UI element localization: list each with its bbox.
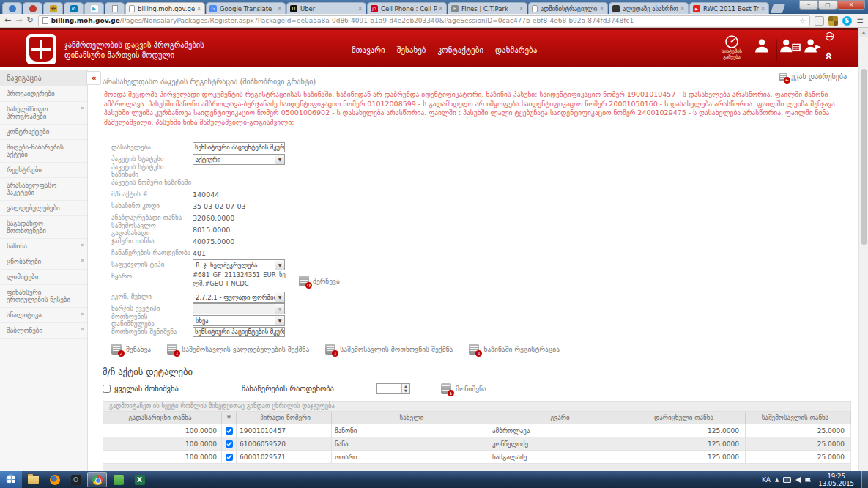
nav-help[interactable]: დახმარება bbox=[495, 45, 537, 55]
sidebar-item-nonsalary-packages[interactable]: არასახელფასო პაკეტები bbox=[0, 178, 87, 201]
request-purpose-select[interactable]: სხვა▼ bbox=[193, 315, 285, 326]
select-all-checkbox[interactable]: ყველას მონიშვნა bbox=[103, 384, 179, 393]
taskbar-media-app[interactable]: O bbox=[66, 472, 86, 487]
pinned-tab[interactable] bbox=[105, 2, 125, 14]
nav-home[interactable]: მთავარი bbox=[352, 45, 385, 55]
sidebar-item-state-programs[interactable]: სახელმწიფო პროგრამები» bbox=[0, 102, 87, 125]
filter-icon[interactable]: ▼ bbox=[227, 415, 231, 421]
sidebar-item-registers[interactable]: რეესტრები bbox=[0, 163, 87, 178]
sidebar-item-treasury[interactable]: ხაზინა» bbox=[0, 239, 87, 254]
tab-billing[interactable]: billing.moh.gov.ge/Page × bbox=[125, 2, 205, 14]
tab-fines-ctpark[interactable]: P Fines | C.T.Park × bbox=[448, 2, 527, 14]
tab-youtube-rwc[interactable]: ▶ RWC 2011 Best Tries - Y × bbox=[689, 2, 769, 14]
bookmark-star-icon[interactable]: ☆ bbox=[799, 17, 806, 25]
mark-button[interactable]: ↓მონიშვნა bbox=[441, 383, 486, 394]
vertical-scrollbar[interactable]: ▲ bbox=[858, 28, 868, 471]
tab-uber[interactable]: U Uber × bbox=[286, 2, 366, 14]
sidebar-item-references[interactable]: ცნობარები» bbox=[0, 254, 87, 270]
create-income-obligation-button[interactable]: ↓საშემოსავლის ვალდებულების შექმნა bbox=[167, 344, 309, 355]
sidebar-item-limits[interactable]: ლიმიტები bbox=[0, 270, 87, 285]
show-desktop-button[interactable] bbox=[861, 471, 868, 488]
request-note-input[interactable]: სენსიტიური პაციენტების მკურნალო bbox=[193, 327, 285, 337]
nav-contacts[interactable]: კონტაქტები bbox=[437, 45, 483, 55]
sidebar-collapse-button[interactable]: « bbox=[86, 71, 101, 85]
scroll-up-arrow-icon[interactable]: ▲ bbox=[859, 28, 868, 37]
back-link[interactable]: ← უკან დაბრუნება bbox=[779, 73, 847, 81]
stepper-arrows-icon[interactable]: ▲▼ bbox=[401, 384, 409, 393]
pinned-tab[interactable]: in bbox=[64, 2, 84, 14]
tab-close-icon[interactable]: × bbox=[438, 5, 443, 12]
sidebar-item-analytics[interactable]: ანალიტიკა» bbox=[0, 308, 87, 323]
records-count-stepper[interactable]: ▲▼ bbox=[376, 383, 410, 394]
profile-button[interactable] bbox=[753, 36, 778, 55]
tab-close-icon[interactable]: × bbox=[680, 5, 685, 12]
start-button[interactable] bbox=[0, 471, 22, 488]
taskbar-green-app[interactable] bbox=[108, 472, 128, 487]
tab-close-icon[interactable]: × bbox=[519, 5, 524, 12]
create-income-request-button[interactable]: ↓საშემოსავლის მოთხოვნის შექმნა bbox=[325, 344, 453, 355]
sidebar-item-acceptance-acts[interactable]: მიღება-ჩაბარების აქტები bbox=[0, 140, 87, 163]
new-tab-button[interactable] bbox=[771, 4, 785, 13]
save-button[interactable]: ✓შენახვა bbox=[111, 344, 151, 355]
sidebar-item-payment-requests[interactable]: საგადახდო მოთხოვნები bbox=[0, 216, 87, 239]
econ-article-select[interactable]: 2.7.2.1 - ფულადი ფორმით▼ bbox=[193, 292, 285, 303]
launch-system-button[interactable]: სისტემის გაშვება bbox=[714, 34, 749, 60]
network-icon[interactable] bbox=[783, 477, 791, 483]
tab-cell-phone[interactable]: JD Cell Phone : Cell Phone × bbox=[367, 2, 447, 14]
row-checkbox[interactable] bbox=[226, 454, 233, 461]
chrome-menu-icon[interactable]: ≡ bbox=[856, 15, 864, 26]
tab-georgian-article[interactable]: ალუდაზე ასახრჩობა ბ × bbox=[609, 2, 689, 14]
scrollbar-thumb[interactable] bbox=[861, 69, 867, 245]
col-first-name[interactable]: სახელი bbox=[332, 412, 489, 424]
register-in-treasury-button[interactable]: ↓ხაზინაში რეგისტრაცია bbox=[469, 344, 560, 355]
pinned-tab[interactable]: ЧР bbox=[43, 2, 63, 14]
taskbar-clock[interactable]: 19:25 13.05.2015 bbox=[818, 473, 854, 487]
extension-icon[interactable] bbox=[828, 16, 838, 26]
taskbar-chrome[interactable] bbox=[87, 472, 107, 487]
language-indicator[interactable]: KA bbox=[762, 476, 771, 484]
col-accrued-amount[interactable]: დარიცხული თანხა bbox=[628, 412, 746, 424]
basis-type-select[interactable]: 8. ჯ. ხელშეკრულება▼ bbox=[193, 259, 285, 270]
select-all-box[interactable] bbox=[103, 385, 111, 393]
language-globe-icon[interactable] bbox=[825, 32, 834, 41]
pinned-tab[interactable] bbox=[2, 2, 22, 14]
sidebar-item-obligations[interactable]: ვალდებულებები bbox=[0, 201, 87, 216]
package-status-select[interactable]: აქტიური▼ bbox=[193, 154, 285, 165]
minimize-button[interactable]: – bbox=[799, 0, 818, 10]
maximize-button[interactable]: ▢ bbox=[818, 0, 837, 10]
col-last-name[interactable]: გვარი bbox=[489, 412, 628, 424]
source-pick-button[interactable]: Q შერჩევა bbox=[299, 276, 340, 286]
scroll-top-chevrons-icon[interactable]: « bbox=[822, 52, 837, 59]
tab-administrative[interactable]: ადმინისტრაციული სამ × bbox=[528, 2, 608, 14]
hidden-icons-arrow[interactable]: ▲ bbox=[775, 477, 779, 483]
reload-button[interactable]: ↻ bbox=[26, 15, 33, 26]
taskbar-explorer[interactable] bbox=[23, 472, 43, 487]
close-button[interactable]: × bbox=[837, 0, 865, 10]
sidebar-item-contracts[interactable]: კონტრაქტები bbox=[0, 125, 87, 140]
pushbullet-extension-icon[interactable] bbox=[815, 16, 824, 26]
volume-icon[interactable] bbox=[795, 477, 801, 483]
forward-button[interactable]: → bbox=[15, 15, 22, 26]
col-personal-number[interactable]: პირადი ნომერი bbox=[237, 412, 332, 424]
action-center-flag-icon[interactable] bbox=[805, 478, 811, 482]
sidebar-item-templates[interactable]: შაბლონები» bbox=[0, 323, 87, 339]
back-button[interactable]: ← bbox=[4, 15, 11, 26]
row-checkbox[interactable] bbox=[226, 427, 233, 435]
tab-close-icon[interactable]: × bbox=[599, 5, 604, 12]
name-input[interactable]: სენსიტიური პაციენტების მკურნალო bbox=[193, 142, 285, 152]
taskbar-firefox[interactable] bbox=[45, 472, 64, 487]
tab-google-translate[interactable]: G Google Translate × bbox=[206, 2, 286, 14]
sidebar-item-financial-units-rules[interactable]: ფინანსური ერთეულების წესები bbox=[0, 285, 87, 308]
col-income-tax-amount[interactable]: საშემოსავლის თანხა bbox=[746, 412, 850, 424]
sidebar-item-providers[interactable]: პროვაიდერები bbox=[0, 86, 87, 102]
tab-close-icon[interactable]: × bbox=[196, 5, 201, 12]
pinned-tab[interactable]: ▶ bbox=[84, 2, 104, 14]
nav-about[interactable]: შესახებ bbox=[397, 45, 426, 55]
tab-close-icon[interactable]: × bbox=[357, 5, 363, 12]
taskbar-excel[interactable]: X bbox=[130, 472, 149, 487]
col-transfer-amount[interactable]: გადასარიცხი თანხა bbox=[103, 412, 222, 424]
tab-close-icon[interactable]: × bbox=[277, 5, 282, 12]
pinned-tab[interactable] bbox=[23, 2, 42, 14]
row-checkbox[interactable] bbox=[226, 440, 233, 448]
address-bar[interactable]: billing.moh.gov.ge/Pages/NonsalaryPackag… bbox=[38, 15, 810, 26]
